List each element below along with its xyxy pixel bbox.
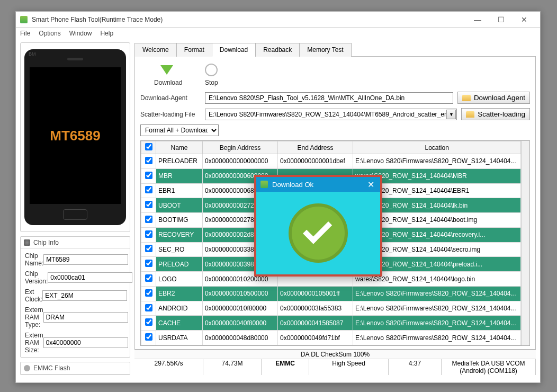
minimize-button[interactable]: —	[466, 12, 489, 28]
row-checkbox[interactable]	[145, 201, 152, 208]
ram-size-value[interactable]	[43, 337, 128, 348]
row-name: EBR1	[156, 183, 203, 198]
row-location: E:\Lenovo S820\Firmwares\S820_ROW_S124_1…	[353, 331, 521, 345]
tab-download[interactable]: Download	[212, 43, 256, 57]
success-check-icon	[289, 203, 348, 263]
scatter-dropdown-button[interactable]: ▼	[446, 110, 456, 119]
row-checkbox[interactable]	[145, 186, 152, 193]
row-name: UBOOT	[156, 198, 203, 213]
ext-clock-value[interactable]	[42, 290, 127, 301]
download-tool-button[interactable]: Download	[154, 62, 182, 86]
scatter-file-input[interactable]	[205, 109, 457, 120]
table-row[interactable]: PRELOADER0x00000000000000000x00000000000…	[141, 154, 521, 169]
row-name: ANDROID	[156, 301, 203, 316]
col-location: Location	[353, 141, 521, 154]
download-arrow-icon	[160, 65, 173, 75]
phone-chip-label: MT6589	[50, 128, 100, 144]
menu-file[interactable]: File	[20, 30, 30, 37]
row-checkbox[interactable]	[145, 172, 152, 179]
status-storage: EMMC	[262, 359, 309, 375]
scatter-loading-button[interactable]: Scatter-loading	[461, 108, 530, 120]
download-mode-select[interactable]: Format All + Download	[140, 124, 219, 136]
ram-type-label: Extern RAM Type:	[25, 306, 43, 328]
tabs: Welcome Format Download Readback Memory …	[134, 42, 536, 57]
row-checkbox[interactable]	[145, 260, 152, 267]
row-end: 0x000000003fa55383	[278, 301, 353, 316]
chip-info-panel: Chip Info Chip Name: Chip Version: Ext C…	[20, 236, 130, 358]
row-begin: 0x0000000048d80000	[203, 331, 278, 345]
close-button[interactable]: ✕	[513, 12, 536, 28]
row-end: 0x0000000000001dbef	[278, 154, 353, 169]
download-agent-button[interactable]: Download Agent	[457, 92, 530, 104]
row-checkbox[interactable]	[145, 245, 152, 252]
row-name: EBR2	[156, 286, 203, 301]
folder-icon	[466, 111, 474, 118]
row-checkbox[interactable]	[145, 157, 152, 164]
emmc-title: EMMC Flash	[33, 364, 70, 372]
download-ok-dialog: Download Ok ✕	[254, 175, 382, 277]
status-checksum: DA DL CheckSum 100%	[134, 350, 536, 359]
row-location: E:\Lenovo S820\Firmwares\S820_ROW_S124_1…	[353, 316, 521, 331]
titlebar: Smart Phone Flash Tool(Runtime Trace Mod…	[16, 12, 540, 28]
table-row[interactable]: ANDROID0x0000000010f800000x000000003fa55…	[141, 301, 521, 316]
phone-preview: BM MT6589	[20, 42, 130, 232]
row-name: LOGO	[156, 272, 203, 287]
resize-grip[interactable]	[134, 375, 536, 382]
vertical-scrollbar[interactable]	[521, 141, 529, 345]
ram-size-label: Extern RAM Size:	[25, 332, 43, 354]
table-row[interactable]: EBR20x00000000105000000x00000000105001ff…	[141, 286, 521, 301]
download-agent-label: Download-Agent	[140, 94, 201, 102]
phone-home-icon	[63, 209, 87, 220]
dialog-close-button[interactable]: ✕	[365, 180, 376, 190]
download-agent-input[interactable]	[205, 92, 453, 104]
status-speed: 297.55K/s	[134, 359, 203, 375]
row-checkbox[interactable]	[145, 274, 152, 282]
row-name: PRELOAD	[156, 257, 203, 272]
col-end: End Address	[278, 141, 353, 154]
menu-options[interactable]: Options	[39, 30, 60, 37]
row-begin: 0x0000000010500000	[203, 286, 278, 301]
phone-speaker-icon	[67, 58, 83, 60]
tab-format[interactable]: Format	[176, 43, 212, 57]
row-begin: 0x0000000040f80000	[203, 316, 278, 331]
menubar: File Options Window Help	[16, 28, 540, 39]
tab-readback[interactable]: Readback	[255, 43, 300, 57]
col-name: Name	[156, 141, 203, 154]
chip-info-title: Chip Info	[33, 239, 59, 246]
status-mode: High Speed	[309, 359, 389, 375]
row-checkbox[interactable]	[145, 333, 152, 341]
status-bar: DA DL CheckSum 100% 297.55K/s 74.73M EMM…	[134, 350, 536, 375]
stop-tool-button[interactable]: Stop	[203, 62, 219, 86]
row-checkbox[interactable]	[145, 304, 152, 311]
row-checkbox[interactable]	[145, 230, 152, 238]
select-all-checkbox[interactable]	[145, 143, 152, 150]
maximize-button[interactable]: ☐	[489, 12, 513, 28]
tab-memory-test[interactable]: Memory Test	[299, 43, 351, 57]
row-begin: 0x0000000000000000	[203, 154, 278, 169]
menu-window[interactable]: Window	[69, 30, 92, 37]
chip-version-value[interactable]	[48, 272, 132, 283]
ext-clock-label: Ext Clock:	[25, 288, 42, 303]
dialog-app-icon	[260, 181, 268, 188]
row-name: SEC_RO	[156, 242, 203, 257]
row-checkbox[interactable]	[145, 289, 152, 297]
dialog-title: Download Ok	[272, 181, 365, 189]
row-name: RECOVERY	[156, 227, 203, 242]
row-checkbox[interactable]	[145, 216, 152, 223]
row-location: E:\Lenovo S820\Firmwares\S820_ROW_S124_1…	[353, 286, 521, 301]
table-row[interactable]: USRDATA0x0000000048d800000x0000000049fd7…	[141, 331, 521, 345]
chip-icon	[24, 239, 30, 246]
app-icon	[20, 16, 28, 23]
row-name: CACHE	[156, 316, 203, 331]
status-size: 74.73M	[203, 359, 262, 375]
tab-welcome[interactable]: Welcome	[134, 43, 177, 57]
ram-type-value[interactable]	[43, 312, 128, 323]
row-checkbox[interactable]	[145, 318, 152, 326]
gear-icon	[24, 365, 30, 371]
row-end: 0x00000000105001ff	[278, 286, 353, 301]
col-begin: Begin Address	[203, 141, 278, 154]
row-begin: 0x0000000010f80000	[203, 301, 278, 316]
table-row[interactable]: CACHE0x0000000040f800000x000000004158508…	[141, 316, 521, 331]
chip-name-value[interactable]	[43, 254, 128, 265]
menu-help[interactable]: Help	[100, 30, 113, 37]
